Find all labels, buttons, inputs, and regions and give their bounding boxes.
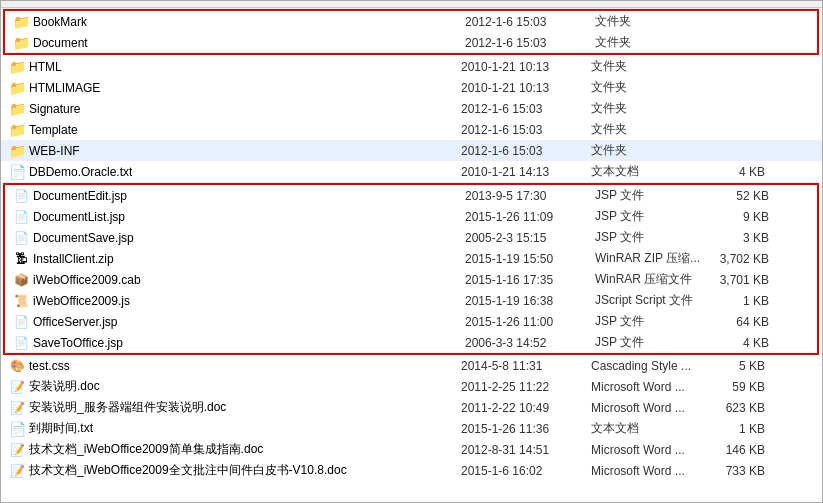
file-type-cell: Microsoft Word ... — [591, 443, 711, 457]
top-red-group: 📁BookMark2012-1-6 15:03文件夹📁Document2012-… — [3, 9, 819, 55]
txt-icon: 📄 — [9, 421, 26, 437]
file-date-cell: 2015-1-19 16:38 — [465, 294, 595, 308]
file-name-text: SaveToOffice.jsp — [33, 336, 123, 350]
file-name-text: HTML — [29, 60, 62, 74]
file-list[interactable]: 📁BookMark2012-1-6 15:03文件夹📁Document2012-… — [1, 8, 822, 502]
file-size-cell: 4 KB — [711, 165, 781, 179]
list-item[interactable]: 📁HTMLIMAGE2010-1-21 10:13文件夹 — [1, 77, 822, 98]
file-type-cell: 文件夹 — [591, 100, 711, 117]
file-date-cell: 2012-1-6 15:03 — [461, 102, 591, 116]
file-name-text: Template — [29, 123, 78, 137]
file-size-cell: 1 KB — [715, 294, 785, 308]
file-name-text: DocumentEdit.jsp — [33, 189, 127, 203]
list-item[interactable]: 📁Signature2012-1-6 15:03文件夹 — [1, 98, 822, 119]
file-size-cell: 623 KB — [711, 401, 781, 415]
file-icon: 📄 — [14, 230, 29, 246]
file-type-cell: JSP 文件 — [595, 334, 715, 351]
js-icon: 📜 — [14, 293, 29, 309]
list-item[interactable]: 📄OfficeServer.jsp2015-1-26 11:00JSP 文件64… — [5, 311, 817, 332]
folder-icon: 📁 — [9, 122, 26, 138]
file-name-cell: 📦iWebOffice2009.cab — [5, 272, 465, 288]
file-type-cell: Cascading Style ... — [591, 359, 711, 373]
file-name-cell: 📝技术文档_iWebOffice2009简单集成指南.doc — [1, 441, 461, 458]
list-item[interactable]: 📦iWebOffice2009.cab2015-1-16 17:35WinRAR… — [5, 269, 817, 290]
doc-icon: 📝 — [10, 400, 25, 416]
css-icon: 🎨 — [10, 358, 25, 374]
file-name-text: test.css — [29, 359, 70, 373]
file-icon: 📄 — [14, 335, 29, 351]
folder-icon: 📁 — [9, 101, 26, 117]
file-name-text: 安装说明.doc — [29, 378, 100, 395]
list-item[interactable]: 📄DocumentEdit.jsp2013-9-5 17:30JSP 文件52 … — [5, 185, 817, 206]
list-item[interactable]: 📄SaveToOffice.jsp2006-3-3 14:52JSP 文件4 K… — [5, 332, 817, 353]
file-name-text: OfficeServer.jsp — [33, 315, 117, 329]
file-type-cell: JSP 文件 — [595, 313, 715, 330]
list-item[interactable]: 🗜InstallClient.zip2015-1-19 15:50WinRAR … — [5, 248, 817, 269]
list-item[interactable]: 📁HTML2010-1-21 10:13文件夹 — [1, 56, 822, 77]
file-size-cell: 52 KB — [715, 189, 785, 203]
file-name-cell: 📄DocumentSave.jsp — [5, 230, 465, 246]
list-item[interactable]: 📁BookMark2012-1-6 15:03文件夹 — [5, 11, 817, 32]
file-date-cell: 2011-2-22 10:49 — [461, 401, 591, 415]
file-type-cell: 文本文档 — [591, 163, 711, 180]
file-type-cell: JSP 文件 — [595, 229, 715, 246]
file-date-cell: 2015-1-26 11:36 — [461, 422, 591, 436]
file-name-cell: 📄DBDemo.Oracle.txt — [1, 164, 461, 180]
file-name-text: Signature — [29, 102, 80, 116]
file-type-cell: 文件夹 — [591, 58, 711, 75]
list-item[interactable]: 📝技术文档_iWebOffice2009简单集成指南.doc2012-8-31 … — [1, 439, 822, 460]
file-type-cell: JScript Script 文件 — [595, 292, 715, 309]
list-item[interactable]: 📜iWebOffice2009.js2015-1-19 16:38JScript… — [5, 290, 817, 311]
file-name-text: Document — [33, 36, 88, 50]
file-size-cell: 1 KB — [711, 422, 781, 436]
file-type-cell: Microsoft Word ... — [591, 401, 711, 415]
file-name-cell: 📝技术文档_iWebOffice2009全文批注中间件白皮书-V10.8.doc — [1, 462, 461, 479]
file-name-cell: 📁Signature — [1, 101, 461, 117]
file-date-cell: 2012-1-6 15:03 — [465, 15, 595, 29]
list-item[interactable]: 📄到期时间.txt2015-1-26 11:36文本文档1 KB — [1, 418, 822, 439]
file-name-text: InstallClient.zip — [33, 252, 114, 266]
file-name-cell: 📁Document — [5, 35, 465, 51]
list-item[interactable]: 📝安装说明.doc2011-2-25 11:22Microsoft Word .… — [1, 376, 822, 397]
file-name-text: iWebOffice2009.js — [33, 294, 130, 308]
file-name-cell: 📁WEB-INF — [1, 143, 461, 159]
list-item[interactable]: 📝技术文档_iWebOffice2009全文批注中间件白皮书-V10.8.doc… — [1, 460, 822, 481]
file-explorer: 📁BookMark2012-1-6 15:03文件夹📁Document2012-… — [0, 0, 823, 503]
file-date-cell: 2012-8-31 14:51 — [461, 443, 591, 457]
file-name-cell: 📁BookMark — [5, 14, 465, 30]
file-size-cell: 59 KB — [711, 380, 781, 394]
list-item[interactable]: 📄DocumentList.jsp2015-1-26 11:09JSP 文件9 … — [5, 206, 817, 227]
list-item[interactable]: 📝安装说明_服务器端组件安装说明.doc2011-2-22 10:49Micro… — [1, 397, 822, 418]
file-date-cell: 2006-3-3 14:52 — [465, 336, 595, 350]
zip-icon: 🗜 — [15, 251, 28, 267]
txt-icon: 📄 — [9, 164, 26, 180]
list-item[interactable]: 📄DocumentSave.jsp2005-2-3 15:15JSP 文件3 K… — [5, 227, 817, 248]
file-name-cell: 📄DocumentList.jsp — [5, 209, 465, 225]
file-name-cell: 📝安装说明_服务器端组件安装说明.doc — [1, 399, 461, 416]
file-date-cell: 2015-1-26 11:09 — [465, 210, 595, 224]
file-name-cell: 🗜InstallClient.zip — [5, 251, 465, 267]
file-date-cell: 2010-1-21 14:13 — [461, 165, 591, 179]
cab-icon: 📦 — [14, 272, 29, 288]
file-type-cell: WinRAR ZIP 压缩... — [595, 250, 715, 267]
list-item[interactable]: 📄DBDemo.Oracle.txt2010-1-21 14:13文本文档4 K… — [1, 161, 822, 182]
list-item[interactable]: 📁WEB-INF2012-1-6 15:03文件夹 — [1, 140, 822, 161]
file-name-text: 技术文档_iWebOffice2009全文批注中间件白皮书-V10.8.doc — [29, 462, 347, 479]
file-type-cell: 文本文档 — [591, 420, 711, 437]
file-size-cell: 9 KB — [715, 210, 785, 224]
list-item[interactable]: 🎨test.css2014-5-8 11:31Cascading Style .… — [1, 356, 822, 376]
file-name-cell: 📄到期时间.txt — [1, 420, 461, 437]
file-name-cell: 📁HTML — [1, 59, 461, 75]
file-type-cell: 文件夹 — [591, 142, 711, 159]
file-type-cell: 文件夹 — [595, 13, 715, 30]
file-icon: 📄 — [14, 314, 29, 330]
list-item[interactable]: 📁Document2012-1-6 15:03文件夹 — [5, 32, 817, 53]
doc-icon: 📝 — [10, 463, 25, 479]
file-icon: 📄 — [14, 188, 29, 204]
file-date-cell: 2015-1-26 11:00 — [465, 315, 595, 329]
file-name-cell: 📁HTMLIMAGE — [1, 80, 461, 96]
list-item[interactable]: 📁Template2012-1-6 15:03文件夹 — [1, 119, 822, 140]
file-date-cell: 2014-5-8 11:31 — [461, 359, 591, 373]
file-name-cell: 📜iWebOffice2009.js — [5, 293, 465, 309]
file-icon: 📄 — [14, 209, 29, 225]
